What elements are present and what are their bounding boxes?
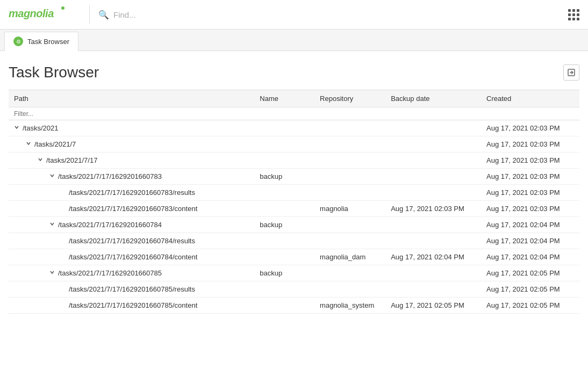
backup-date-cell: [385, 185, 481, 201]
search-bar[interactable]: 🔍 Find...: [98, 10, 568, 20]
table-row[interactable]: /tasks/2021/7/17/1629201660784/resultsAu…: [9, 233, 579, 249]
table-row[interactable]: /tasks/2021/7Aug 17, 2021 02:03 PM: [9, 136, 579, 153]
created-cell: Aug 17, 2021 02:05 PM: [481, 265, 579, 281]
created-cell: Aug 17, 2021 02:03 PM: [481, 136, 579, 153]
repository-cell: [314, 169, 385, 185]
path-text: /tasks/2021/7/17/1629201660785/results: [69, 285, 195, 293]
name-cell: [254, 185, 314, 201]
repository-cell: [314, 185, 385, 201]
created-cell: Aug 17, 2021 02:03 PM: [481, 153, 579, 169]
created-cell: Aug 17, 2021 02:03 PM: [481, 120, 579, 136]
backup-date-cell: [385, 265, 481, 281]
backup-date-cell: [385, 233, 481, 249]
path-text: /tasks/2021/7/17: [46, 156, 97, 164]
col-header-backup-date[interactable]: Backup date: [385, 90, 481, 107]
search-icon: 🔍: [98, 10, 109, 20]
backup-date-cell: [385, 136, 481, 153]
table-body: /tasks/2021Aug 17, 2021 02:03 PM/tasks/2…: [9, 120, 579, 314]
page-title: Task Browser: [9, 64, 563, 81]
repository-cell: [314, 136, 385, 153]
created-cell: Aug 17, 2021 02:05 PM: [481, 281, 579, 298]
chevron-icon[interactable]: [26, 141, 33, 148]
backup-date-cell: [385, 120, 481, 136]
created-cell: Aug 17, 2021 02:03 PM: [481, 169, 579, 185]
name-cell: [254, 233, 314, 249]
path-text: /tasks/2021/7/17/1629201660785: [58, 269, 162, 277]
page-title-row: Task Browser: [9, 64, 579, 81]
magnolia-logo-svg: magnolia: [9, 5, 68, 20]
tab-task-browser[interactable]: ⚙ Task Browser: [4, 32, 78, 51]
col-header-created[interactable]: Created: [481, 90, 579, 107]
repository-cell: magnolia_dam: [314, 249, 385, 265]
table-row[interactable]: /tasks/2021/7/17/1629201660784/contentma…: [9, 249, 579, 265]
table-row[interactable]: /tasks/2021/7/17/1629201660785backupAug …: [9, 265, 579, 281]
export-button[interactable]: [563, 64, 579, 81]
name-cell: backup: [254, 265, 314, 281]
backup-date-cell: [385, 281, 481, 298]
created-cell: Aug 17, 2021 02:04 PM: [481, 249, 579, 265]
chevron-icon[interactable]: [49, 270, 57, 277]
filter-path-input[interactable]: [14, 110, 249, 118]
table-row[interactable]: /tasks/2021/7/17/1629201660785/resultsAu…: [9, 281, 579, 298]
search-placeholder: Find...: [113, 10, 136, 19]
table-row[interactable]: /tasks/2021/7/17/1629201660783/resultsAu…: [9, 185, 579, 201]
path-text: /tasks/2021/7: [34, 140, 76, 148]
tab-bar: ⚙ Task Browser: [0, 30, 588, 51]
created-cell: Aug 17, 2021 02:03 PM: [481, 201, 579, 217]
path-text: /tasks/2021/7/17/1629201660784/content: [69, 253, 197, 261]
backup-date-cell: [385, 153, 481, 169]
chevron-icon[interactable]: [38, 157, 45, 164]
table-row[interactable]: /tasks/2021Aug 17, 2021 02:03 PM: [9, 120, 579, 136]
table-row[interactable]: /tasks/2021/7/17/1629201660785/contentma…: [9, 298, 579, 314]
header-divider: [89, 5, 90, 24]
table-row[interactable]: /tasks/2021/7/17Aug 17, 2021 02:03 PM: [9, 153, 579, 169]
repository-cell: magnolia_system: [314, 298, 385, 314]
path-text: /tasks/2021/7/17/1629201660783: [58, 172, 162, 180]
created-cell: Aug 17, 2021 02:04 PM: [481, 233, 579, 249]
filter-name-cell: [254, 107, 314, 120]
name-cell: [254, 281, 314, 298]
table-container: Path Name Repository Backup date Created: [9, 90, 579, 314]
path-text: /tasks/2021/7/17/1629201660783/content: [69, 205, 197, 213]
tab-icon: ⚙: [13, 37, 23, 46]
path-text: /tasks/2021/7/17/1629201660783/results: [69, 188, 195, 197]
svg-text:magnolia: magnolia: [9, 8, 54, 19]
filter-repo-cell: [314, 107, 385, 120]
path-text: /tasks/2021/7/17/1629201660785/content: [69, 301, 197, 309]
table-row[interactable]: /tasks/2021/7/17/1629201660784backupAug …: [9, 217, 579, 233]
table-row[interactable]: /tasks/2021/7/17/1629201660783/contentma…: [9, 201, 579, 217]
path-text: /tasks/2021: [23, 124, 59, 132]
backup-date-cell: Aug 17, 2021 02:05 PM: [385, 298, 481, 314]
backup-date-cell: [385, 169, 481, 185]
name-cell: [254, 201, 314, 217]
name-cell: [254, 153, 314, 169]
name-cell: backup: [254, 217, 314, 233]
created-cell: Aug 17, 2021 02:05 PM: [481, 298, 579, 314]
svg-point-1: [61, 6, 64, 10]
repository-cell: [314, 217, 385, 233]
page-content: Task Browser Path Name Repository Backup…: [0, 51, 588, 314]
chevron-icon[interactable]: [14, 125, 21, 132]
export-icon: [567, 68, 576, 77]
table-row[interactable]: /tasks/2021/7/17/1629201660783backupAug …: [9, 169, 579, 185]
col-header-name[interactable]: Name: [254, 90, 314, 107]
header: magnolia 🔍 Find...: [0, 0, 588, 30]
path-text: /tasks/2021/7/17/1629201660784/results: [69, 237, 195, 245]
name-cell: [254, 249, 314, 265]
filter-backup-cell: [385, 107, 481, 120]
col-header-path[interactable]: Path: [9, 90, 254, 107]
chevron-icon[interactable]: [49, 173, 57, 180]
repository-cell: [314, 120, 385, 136]
repository-cell: [314, 153, 385, 169]
backup-date-cell: [385, 217, 481, 233]
chevron-icon[interactable]: [49, 221, 57, 229]
path-text: /tasks/2021/7/17/1629201660784: [58, 221, 162, 229]
repository-cell: [314, 281, 385, 298]
table-header-row: Path Name Repository Backup date Created: [9, 90, 579, 107]
created-cell: Aug 17, 2021 02:03 PM: [481, 185, 579, 201]
col-header-repository[interactable]: Repository: [314, 90, 385, 107]
apps-icon[interactable]: [568, 9, 579, 20]
repository-cell: [314, 233, 385, 249]
tab-label: Task Browser: [27, 38, 69, 46]
logo: magnolia: [9, 5, 78, 24]
